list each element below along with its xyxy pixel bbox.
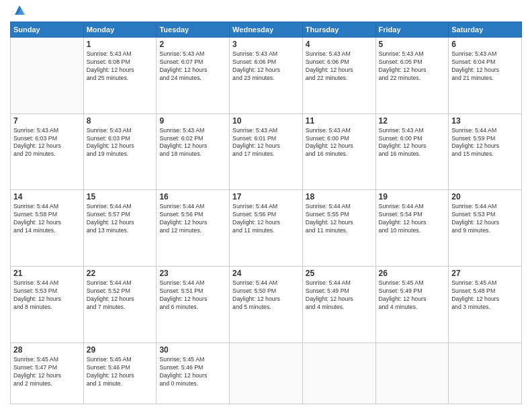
day-info: Sunrise: 5:45 AM Sunset: 5:46 PM Dayligh… xyxy=(159,356,226,388)
day-number: 9 xyxy=(159,116,226,126)
calendar-cell: 22Sunrise: 5:44 AM Sunset: 5:52 PM Dayli… xyxy=(83,267,157,343)
calendar-header-row: SundayMondayTuesdayWednesdayThursdayFrid… xyxy=(11,22,522,38)
day-info: Sunrise: 5:44 AM Sunset: 5:59 PM Dayligh… xyxy=(451,127,519,159)
day-number: 17 xyxy=(232,192,300,201)
day-number: 22 xyxy=(87,269,154,278)
calendar-cell: 8Sunrise: 5:43 AM Sunset: 6:03 PM Daylig… xyxy=(83,113,157,190)
day-info: Sunrise: 5:44 AM Sunset: 5:51 PM Dayligh… xyxy=(159,279,226,312)
calendar-cell: 28Sunrise: 5:45 AM Sunset: 5:47 PM Dayli… xyxy=(11,342,84,404)
calendar-cell: 25Sunrise: 5:44 AM Sunset: 5:49 PM Dayli… xyxy=(302,267,375,343)
day-info: Sunrise: 5:43 AM Sunset: 6:00 PM Dayligh… xyxy=(379,127,446,159)
day-info: Sunrise: 5:44 AM Sunset: 5:49 PM Dayligh… xyxy=(306,279,373,312)
calendar-cell: 18Sunrise: 5:44 AM Sunset: 5:55 PM Dayli… xyxy=(302,190,375,267)
day-number: 19 xyxy=(379,192,446,201)
calendar-cell: 17Sunrise: 5:44 AM Sunset: 5:56 PM Dayli… xyxy=(230,190,303,267)
day-number: 8 xyxy=(87,116,154,126)
calendar-cell: 14Sunrise: 5:44 AM Sunset: 5:58 PM Dayli… xyxy=(11,190,84,267)
calendar-cell: 13Sunrise: 5:44 AM Sunset: 5:59 PM Dayli… xyxy=(449,113,522,190)
day-number: 24 xyxy=(232,269,300,278)
calendar-cell: 26Sunrise: 5:45 AM Sunset: 5:49 PM Dayli… xyxy=(375,267,449,343)
day-number: 25 xyxy=(306,269,373,278)
calendar-cell: 24Sunrise: 5:44 AM Sunset: 5:50 PM Dayli… xyxy=(230,267,303,343)
day-info: Sunrise: 5:44 AM Sunset: 5:53 PM Dayligh… xyxy=(451,203,519,235)
calendar-week-4: 21Sunrise: 5:44 AM Sunset: 5:53 PM Dayli… xyxy=(11,267,522,343)
calendar-header-wednesday: Wednesday xyxy=(230,22,303,38)
day-number: 10 xyxy=(232,116,300,126)
day-info: Sunrise: 5:44 AM Sunset: 5:54 PM Dayligh… xyxy=(379,203,446,235)
day-info: Sunrise: 5:44 AM Sunset: 5:56 PM Dayligh… xyxy=(159,203,226,235)
day-info: Sunrise: 5:43 AM Sunset: 6:07 PM Dayligh… xyxy=(159,50,226,83)
calendar-cell: 16Sunrise: 5:44 AM Sunset: 5:56 PM Dayli… xyxy=(157,190,230,267)
calendar-header-tuesday: Tuesday xyxy=(157,22,230,38)
calendar-cell: 3Sunrise: 5:43 AM Sunset: 6:06 PM Daylig… xyxy=(230,38,303,114)
calendar-cell: 5Sunrise: 5:43 AM Sunset: 6:05 PM Daylig… xyxy=(375,38,449,114)
day-info: Sunrise: 5:45 AM Sunset: 5:49 PM Dayligh… xyxy=(379,279,446,312)
calendar-table: SundayMondayTuesdayWednesdayThursdayFrid… xyxy=(10,21,522,404)
calendar-cell: 7Sunrise: 5:43 AM Sunset: 6:03 PM Daylig… xyxy=(11,113,84,190)
calendar-cell xyxy=(11,38,84,114)
calendar-cell: 27Sunrise: 5:45 AM Sunset: 5:48 PM Dayli… xyxy=(449,267,522,343)
day-info: Sunrise: 5:43 AM Sunset: 6:04 PM Dayligh… xyxy=(451,50,519,83)
calendar-cell: 11Sunrise: 5:43 AM Sunset: 6:00 PM Dayli… xyxy=(302,113,375,190)
calendar-cell: 9Sunrise: 5:43 AM Sunset: 6:02 PM Daylig… xyxy=(157,113,230,190)
day-number: 6 xyxy=(451,40,519,49)
calendar-cell: 1Sunrise: 5:43 AM Sunset: 6:08 PM Daylig… xyxy=(83,38,157,114)
calendar-cell xyxy=(302,342,375,404)
day-info: Sunrise: 5:44 AM Sunset: 5:55 PM Dayligh… xyxy=(306,203,373,235)
calendar-cell xyxy=(449,342,522,404)
day-info: Sunrise: 5:43 AM Sunset: 6:06 PM Dayligh… xyxy=(306,50,373,83)
day-info: Sunrise: 5:44 AM Sunset: 5:50 PM Dayligh… xyxy=(232,279,300,312)
day-info: Sunrise: 5:43 AM Sunset: 6:02 PM Dayligh… xyxy=(159,127,226,159)
calendar-week-1: 1Sunrise: 5:43 AM Sunset: 6:08 PM Daylig… xyxy=(11,38,522,114)
day-info: Sunrise: 5:45 AM Sunset: 5:48 PM Dayligh… xyxy=(451,279,519,312)
calendar-cell: 29Sunrise: 5:45 AM Sunset: 5:46 PM Dayli… xyxy=(83,342,157,404)
day-number: 2 xyxy=(159,40,226,49)
day-info: Sunrise: 5:44 AM Sunset: 5:58 PM Dayligh… xyxy=(13,203,81,235)
day-number: 13 xyxy=(451,116,519,126)
calendar-cell: 23Sunrise: 5:44 AM Sunset: 5:51 PM Dayli… xyxy=(157,267,230,343)
day-number: 15 xyxy=(87,192,154,201)
page: SundayMondayTuesdayWednesdayThursdayFrid… xyxy=(0,0,532,411)
logo-icon xyxy=(12,3,27,17)
calendar-cell: 6Sunrise: 5:43 AM Sunset: 6:04 PM Daylig… xyxy=(449,38,522,114)
day-info: Sunrise: 5:43 AM Sunset: 6:08 PM Dayligh… xyxy=(87,50,154,83)
day-number: 30 xyxy=(159,345,226,355)
day-number: 1 xyxy=(87,40,154,49)
day-info: Sunrise: 5:43 AM Sunset: 6:03 PM Dayligh… xyxy=(87,127,154,159)
day-number: 29 xyxy=(87,345,154,355)
day-info: Sunrise: 5:43 AM Sunset: 6:00 PM Dayligh… xyxy=(306,127,373,159)
day-number: 5 xyxy=(379,40,446,49)
day-number: 21 xyxy=(13,269,81,278)
day-info: Sunrise: 5:43 AM Sunset: 6:06 PM Dayligh… xyxy=(232,50,300,83)
calendar-cell: 15Sunrise: 5:44 AM Sunset: 5:57 PM Dayli… xyxy=(83,190,157,267)
day-number: 14 xyxy=(13,192,81,201)
day-number: 27 xyxy=(451,269,519,278)
calendar-cell: 21Sunrise: 5:44 AM Sunset: 5:53 PM Dayli… xyxy=(11,267,84,343)
calendar-cell: 12Sunrise: 5:43 AM Sunset: 6:00 PM Dayli… xyxy=(375,113,449,190)
day-info: Sunrise: 5:43 AM Sunset: 6:05 PM Dayligh… xyxy=(379,50,446,83)
calendar-cell: 30Sunrise: 5:45 AM Sunset: 5:46 PM Dayli… xyxy=(157,342,230,404)
day-number: 16 xyxy=(159,192,226,201)
day-number: 23 xyxy=(159,269,226,278)
day-info: Sunrise: 5:43 AM Sunset: 6:01 PM Dayligh… xyxy=(232,127,300,159)
calendar-week-3: 14Sunrise: 5:44 AM Sunset: 5:58 PM Dayli… xyxy=(11,190,522,267)
day-number: 11 xyxy=(306,116,373,126)
day-info: Sunrise: 5:45 AM Sunset: 5:47 PM Dayligh… xyxy=(13,356,81,388)
calendar-header-friday: Friday xyxy=(375,22,449,38)
calendar-header-monday: Monday xyxy=(83,22,157,38)
calendar-cell xyxy=(375,342,449,404)
calendar-header-sunday: Sunday xyxy=(11,22,84,38)
calendar-header-saturday: Saturday xyxy=(449,22,522,38)
day-number: 7 xyxy=(13,116,81,126)
logo xyxy=(10,9,27,17)
day-number: 18 xyxy=(306,192,373,201)
day-number: 3 xyxy=(232,40,300,49)
header xyxy=(10,7,522,17)
calendar-cell xyxy=(230,342,303,404)
day-number: 20 xyxy=(451,192,519,201)
day-info: Sunrise: 5:44 AM Sunset: 5:52 PM Dayligh… xyxy=(87,279,154,312)
day-number: 28 xyxy=(13,345,81,355)
day-number: 26 xyxy=(379,269,446,278)
calendar-week-2: 7Sunrise: 5:43 AM Sunset: 6:03 PM Daylig… xyxy=(11,113,522,190)
day-number: 12 xyxy=(379,116,446,126)
